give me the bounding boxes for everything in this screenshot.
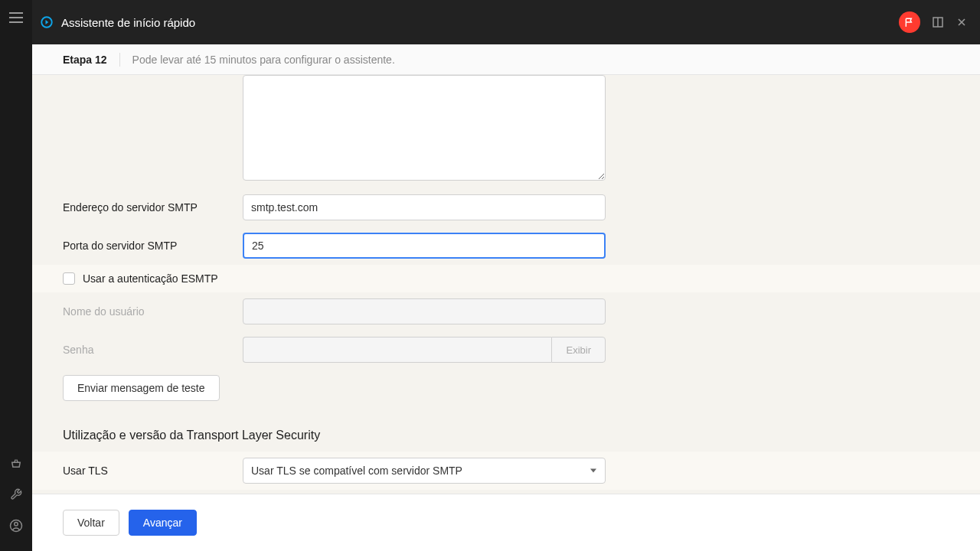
content: Endereço do servidor SMTP Porta do servi…: [32, 75, 980, 494]
tls-section-heading: Utilização e versão da Transport Layer S…: [63, 407, 949, 452]
smtp-address-label: Endereço do servidor SMTP: [63, 201, 243, 214]
bookmark-icon[interactable]: [931, 15, 945, 29]
footer: Voltar Avançar: [32, 494, 980, 551]
step-description: Pode levar até 15 minutos para configura…: [132, 54, 395, 66]
tls-select[interactable]: Usar TLS se compatível com servidor SMTP: [243, 458, 606, 484]
show-password-button: Exibir: [551, 337, 606, 363]
menu-icon[interactable]: [9, 12, 23, 23]
next-button[interactable]: Avançar: [129, 510, 197, 536]
password-input: [243, 337, 551, 363]
close-icon[interactable]: [956, 16, 968, 28]
step-label: Etapa 12: [63, 54, 107, 66]
tls-label: Usar TLS: [63, 465, 243, 477]
wrench-icon[interactable]: [10, 488, 22, 504]
esmtp-checkbox[interactable]: [63, 272, 75, 285]
basket-icon[interactable]: [9, 456, 23, 473]
flag-badge[interactable]: [899, 11, 920, 33]
app-sidebar: [0, 0, 32, 551]
send-test-button[interactable]: Enviar mensagem de teste: [63, 375, 220, 401]
header-title: Assistente de início rápido: [61, 16, 195, 29]
wizard-icon: [40, 15, 54, 29]
app-main: Assistente de início rápido Etapa 12 Pod…: [32, 0, 980, 551]
password-label: Senha: [63, 344, 243, 356]
smtp-port-input[interactable]: [243, 233, 606, 259]
username-input: [243, 298, 606, 324]
sub-header: Etapa 12 Pode levar até 15 minutos para …: [32, 44, 980, 75]
message-textarea[interactable]: [243, 75, 606, 181]
svg-point-1: [15, 523, 18, 527]
username-label: Nome do usuário: [63, 305, 243, 318]
esmtp-label: Usar a autenticação ESMTP: [83, 272, 218, 285]
header: Assistente de início rápido: [32, 0, 980, 44]
smtp-address-input[interactable]: [243, 194, 606, 220]
user-circle-icon[interactable]: [9, 519, 23, 536]
divider: [119, 53, 120, 67]
smtp-port-label: Porta do servidor SMTP: [63, 240, 243, 252]
back-button[interactable]: Voltar: [63, 510, 119, 536]
